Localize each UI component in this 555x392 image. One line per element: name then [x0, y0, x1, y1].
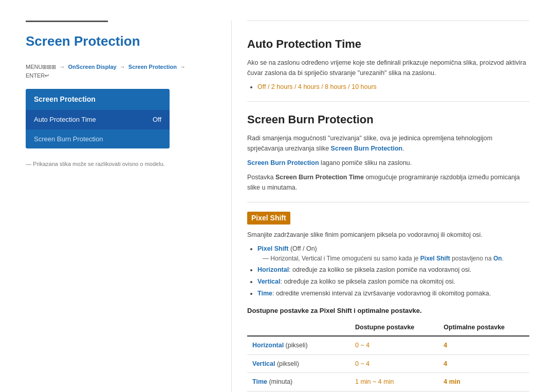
bullet-horizontal: Horizontal: određuje za koliko se piksel… — [257, 265, 529, 275]
menu-item-label: Auto Protection Time — [34, 115, 96, 125]
options-list-item: Off / 2 hours / 4 hours / 8 hours / 10 h… — [257, 82, 529, 92]
screen-burn-body3-bold: Screen Burn Protection Time — [275, 174, 364, 181]
breadcrumb-item2: Screen Protection — [128, 64, 177, 70]
table-row-time: Time (minuta) 1 min ~ 4 min 4 min — [247, 373, 529, 391]
bullet-time: Time: odredite vremenski interval za izv… — [257, 289, 529, 298]
table-cell-vertical-label: Vertical (pikseli) — [247, 354, 350, 373]
screen-burn-body1-post: . — [402, 145, 404, 152]
bullet-horizontal-link: Horizontal — [257, 266, 289, 273]
pixel-table: Dostupne postavke Optimalne postavke Hor… — [247, 320, 529, 391]
bullet-horizontal-rest: : određuje za koliko se piksela zaslon p… — [289, 266, 471, 273]
bullet-ps-sub-link: Pixel Shift — [420, 255, 450, 262]
bullet-ps-sub: — Horizontal, Vertical i Time omogućeni … — [263, 255, 504, 262]
breadcrumb-arrow1: → — [59, 64, 66, 70]
table-cell-time-optimal: 4 min — [438, 373, 529, 391]
left-footnote: Prikazana slika može se razlikovati ovis… — [26, 160, 200, 169]
menu-item-screen-burn[interactable]: Screen Burn Protection — [26, 129, 170, 149]
breadcrumb-arrow3: → — [180, 64, 186, 70]
breadcrumb-arrow2: → — [120, 64, 127, 70]
table-row-horizontal: Horizontal (pikseli) 0 ~ 4 4 — [247, 336, 529, 354]
breadcrumb-item1: OnScreen Display — [68, 64, 117, 70]
bullet-pixel-shift-onoff: Pixel Shift (Off / On) — Horizontal, Ver… — [257, 244, 529, 264]
bullet-ps-link: Pixel Shift — [257, 245, 288, 252]
table-section: Dostupne postavke za Pixel Shift i optim… — [247, 306, 529, 392]
left-panel: Screen Protection MENU⊞⊞⊞ → OnScreen Dis… — [26, 21, 216, 392]
screen-burn-body1: Radi smanjenja mogućnosti "urezivanja" s… — [247, 133, 529, 154]
bullet-vertical-rest: : određuje za koliko se piksela zaslon p… — [280, 278, 455, 285]
menu-box-title: Screen Protection — [26, 89, 170, 110]
breadcrumb: MENU⊞⊞⊞ → OnScreen Display → Screen Prot… — [26, 63, 200, 80]
menu-item-label: Screen Burn Protection — [34, 135, 103, 143]
bullet-vertical: Vertical: određuje za koliko se piksela … — [257, 277, 529, 287]
section-divider-1 — [247, 101, 529, 102]
screen-burn-link2: Screen Burn Protection — [247, 159, 319, 166]
table-row-vertical: Vertical (pikseli) 0 ~ 4 4 — [247, 354, 529, 373]
bullet-vertical-link: Vertical — [257, 278, 280, 285]
table-section-title: Dostupne postavke za Pixel Shift i optim… — [247, 306, 529, 316]
breadcrumb-enter: ENTER↵ — [26, 72, 49, 79]
screen-burn-link1: Screen Burn Protection — [331, 145, 403, 152]
right-top-line — [247, 21, 529, 21]
table-cell-horizontal-label: Horizontal (pikseli) — [247, 336, 350, 354]
page-title: Screen Protection — [26, 31, 200, 51]
vertical-divider — [231, 21, 232, 392]
breadcrumb-menu: MENU⊞⊞⊞ — [26, 64, 56, 70]
menu-item-auto-protection[interactable]: Auto Protection Time Off — [26, 110, 170, 129]
bullet-time-rest: : odredite vremenski interval za izvršav… — [272, 290, 491, 297]
menu-item-value: Off — [153, 115, 161, 125]
screen-burn-body3-pre: Postavka — [247, 174, 275, 181]
menu-box: Screen Protection Auto Protection Time O… — [26, 89, 170, 148]
screen-burn-body3: Postavka Screen Burn Protection Time omo… — [247, 172, 529, 193]
bullet-ps-on: On — [493, 255, 502, 262]
screen-burn-title: Screen Burn Protection — [247, 111, 529, 128]
table-cell-time-range: 1 min ~ 4 min — [350, 373, 438, 391]
table-cell-time-label: Time (minuta) — [247, 373, 350, 391]
pixel-shift-body: Smanjite zadržavanje slike finim pomican… — [247, 230, 529, 240]
auto-protection-body: Ako se na zaslonu određeno vrijeme koje … — [247, 58, 529, 78]
top-decorative-line — [26, 21, 108, 22]
auto-protection-options-list: Off / 2 hours / 4 hours / 8 hours / 10 h… — [257, 82, 529, 92]
screen-burn-body2-post: lagano pomiče sliku na zaslonu. — [319, 159, 412, 166]
table-cell-vertical-optimal: 4 — [438, 354, 529, 373]
pixel-shift-header: Pixel Shift — [247, 212, 290, 225]
table-cell-vertical-range: 0 ~ 4 — [350, 354, 438, 373]
section-divider-2 — [247, 202, 529, 202]
table-cell-horizontal-range: 0 ~ 4 — [350, 336, 438, 354]
table-cell-horizontal-optimal: 4 — [438, 336, 529, 354]
table-header-optimalne: Optimalne postavke — [438, 320, 529, 336]
auto-protection-title: Auto Protection Time — [247, 35, 529, 52]
options-text: Off / 2 hours / 4 hours / 8 hours / 10 h… — [257, 83, 377, 90]
bullet-time-link: Time — [257, 290, 272, 297]
screen-burn-body2: Screen Burn Protection lagano pomiče sli… — [247, 158, 529, 168]
pixel-shift-bullets: Pixel Shift (Off / On) — Horizontal, Ver… — [257, 244, 529, 298]
table-header-label — [247, 320, 350, 336]
right-panel: Auto Protection Time Ako se na zaslonu o… — [247, 21, 529, 392]
table-header-dostupne: Dostupne postavke — [350, 320, 438, 336]
bullet-ps-mid: (Off / On) — [288, 245, 317, 252]
